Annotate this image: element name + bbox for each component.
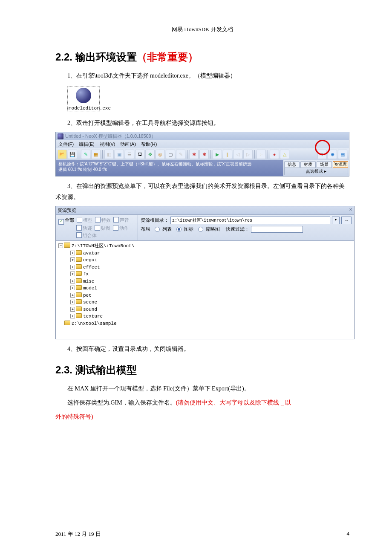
sec23-title: 测试输出模型 (72, 364, 137, 376)
chk-all[interactable] (58, 219, 64, 225)
model-editor-screenshot: Untitled - NeoX 模型编辑器（1.0.0.16509） 文件(F)… (55, 132, 349, 176)
tree-item[interactable]: misc (83, 279, 94, 284)
sec22-number: 2.2. (55, 51, 72, 63)
tree-item[interactable]: pet (83, 293, 92, 298)
tree-item[interactable]: cegui (83, 257, 97, 263)
lbl-list: 列表 (162, 226, 172, 232)
menu-edit[interactable]: 编辑(E) (79, 141, 95, 147)
tab-resource[interactable]: 资源库 (333, 161, 348, 168)
lbl-model: 模型 (83, 217, 92, 223)
pause-icon[interactable]: ‖ (223, 150, 232, 159)
chk-model[interactable] (77, 217, 82, 223)
root-dir-browse[interactable]: … (341, 217, 352, 224)
para-23b-red2: 外的特殊符号) (55, 413, 93, 420)
para-23b-plain: 选择保存类型为.GIM，输入保存文件名。 (67, 399, 176, 406)
close-icon[interactable]: ✕ (349, 207, 352, 214)
tab-material[interactable]: 材质 (300, 161, 316, 168)
sec23-number: 2.3. (55, 364, 72, 376)
app-icon (58, 133, 63, 139)
cube-icon[interactable]: ◧ (104, 150, 114, 159)
step-3: 3、在弹出的资源预览菜单下，可以在列表里选择我们的美术开发资源根目录。左侧可查看… (55, 181, 349, 202)
footer-page: 4 (347, 530, 350, 538)
root-dir-label: 资源根目录： (141, 217, 169, 223)
tree-item[interactable]: model (83, 286, 97, 291)
exe-sphere-icon (73, 88, 94, 105)
chk-sound[interactable] (113, 217, 119, 223)
disk-icon[interactable]: 🖫 (135, 150, 144, 159)
step-1: 1、在引擎\tool3d\文件夹下选择 modeleditor.exe。（模型编… (55, 70, 349, 81)
grid-icon[interactable]: ▦ (91, 150, 101, 159)
tab-info[interactable]: 信息 (284, 161, 300, 168)
root-dir-dropdown[interactable]: ▾ (332, 217, 340, 224)
tree-sibling[interactable]: D:\nxtool\sample (72, 321, 117, 326)
chk-effect[interactable] (95, 217, 101, 223)
status-line-1: 相机操作：按'A''D''W''S''Z''C'键、上下键（+Shift键）、鼠… (58, 161, 280, 167)
tree-item[interactable]: sound (83, 307, 97, 312)
tree-item[interactable]: scene (83, 300, 97, 305)
globe-icon[interactable]: ⊕ (328, 150, 337, 159)
type-filters: 全部 模型 特效 声音 轨迹 贴图 动作 组合体 (56, 215, 138, 241)
quick-filter-input[interactable] (251, 226, 303, 233)
sec22-highlight: （非常重要） (137, 51, 198, 63)
layout-label: 布局 (141, 226, 150, 232)
radio-icon[interactable] (176, 227, 182, 232)
play-icon[interactable]: ▶ (213, 150, 222, 159)
menu-view[interactable]: 视图(V) (100, 141, 115, 147)
open-icon[interactable]: 📂 (58, 150, 67, 159)
step-2: 2、双击打开模型编辑器，在工具导航栏选择资源库按钮。 (55, 118, 349, 128)
red-ball-icon[interactable]: ● (270, 150, 279, 159)
section-2-2-heading: 2.2. 输出环境设置（非常重要） (55, 50, 349, 64)
tree-item[interactable]: texture (83, 314, 103, 319)
chk-combo[interactable] (76, 232, 82, 238)
chk-action[interactable] (113, 225, 118, 231)
tab-scene[interactable]: 场景 (317, 161, 332, 168)
tree-root[interactable]: Z:\ITOWN社区\iTownRoot\ (72, 243, 134, 249)
target-icon[interactable]: ◎ (156, 150, 165, 159)
tree-item[interactable]: fx (83, 272, 89, 277)
brush-icon[interactable]: ✎ (176, 150, 185, 159)
para-23b-red1: (请勿使用中文、大写字母以及除下横线 _ 以 (176, 399, 291, 406)
radio-list[interactable] (155, 227, 160, 232)
mode-label: 点选模式 (306, 169, 323, 173)
right-panel-tabs: 信息 材质 场景 资源库 点选模式 ▸ (283, 160, 349, 176)
tree-item[interactable]: avatar (83, 251, 100, 256)
preview-area (143, 241, 354, 339)
menu-file[interactable]: 文件(F) (58, 141, 74, 147)
footer-date: 2011 年 12 月 19 日 (55, 530, 101, 538)
radio-thumb[interactable] (198, 227, 203, 232)
dropdown-icon[interactable]: ▾ (317, 150, 327, 159)
box-icon[interactable]: ▣ (115, 150, 124, 159)
window-title: Untitled - NeoX 模型编辑器（1.0.0.16509） (65, 133, 156, 139)
root-dir-input[interactable]: z:\itown社区\itownroot\itown\res (170, 217, 330, 224)
layers-icon[interactable]: ☰ (125, 150, 134, 159)
tree-icon[interactable]: ჻ (257, 150, 266, 159)
lbl-track: 轨迹 (83, 225, 92, 231)
chk-track[interactable] (76, 225, 82, 231)
cone-icon[interactable]: △ (280, 150, 289, 159)
edit-icon[interactable]: ✎ (81, 150, 90, 159)
chk-texture[interactable] (95, 225, 100, 231)
tree-item[interactable]: effect (83, 265, 100, 270)
menu-help[interactable]: 帮助(H) (141, 141, 157, 147)
bug2-icon[interactable]: ✱ (199, 150, 209, 159)
prev-icon[interactable]: ◁ (233, 150, 242, 159)
lbl-sound: 声音 (120, 217, 129, 223)
menu-anim[interactable]: 动画(A) (120, 141, 136, 147)
bug-icon[interactable]: ✱ (189, 150, 199, 159)
folder-tree[interactable]: −Z:\ITOWN社区\iTownRoot\ +avatar +cegui +e… (56, 241, 143, 339)
next-icon[interactable]: ▷ (243, 150, 253, 159)
step-4: 4、按回车确定，设置目录成功，关闭编辑器。 (55, 344, 349, 354)
save-icon[interactable]: 💾 (68, 150, 77, 159)
db-icon[interactable]: ▤ (338, 150, 347, 159)
menubar: 文件(F) 编辑(E) 视图(V) 动画(A) 帮助(H) (56, 140, 349, 148)
lbl-all: 全部 (65, 217, 74, 223)
page-icon[interactable]: ▢ (166, 150, 175, 159)
lbl-effect: 特效 (101, 217, 111, 223)
lbl-combo: 组合体 (83, 233, 97, 238)
lbl-texture: 贴图 (101, 225, 110, 231)
para-23a: 在 MAX 里打开一个现有模型，选择 File(文件）菜单下 Export(导出… (55, 383, 349, 394)
sec22-title: 输出环境设置 (72, 51, 137, 63)
main-toolbar: 📂 💾 ✎ ▦ ◧ ▣ ☰ 🖫 ✥ ◎ ▢ ✎ ✱ ✱ ▶ ‖ ◁ ▷ ჻ ● (56, 148, 349, 160)
exe-caption: modeleditor.exe (69, 106, 98, 111)
move-icon[interactable]: ✥ (145, 150, 155, 159)
